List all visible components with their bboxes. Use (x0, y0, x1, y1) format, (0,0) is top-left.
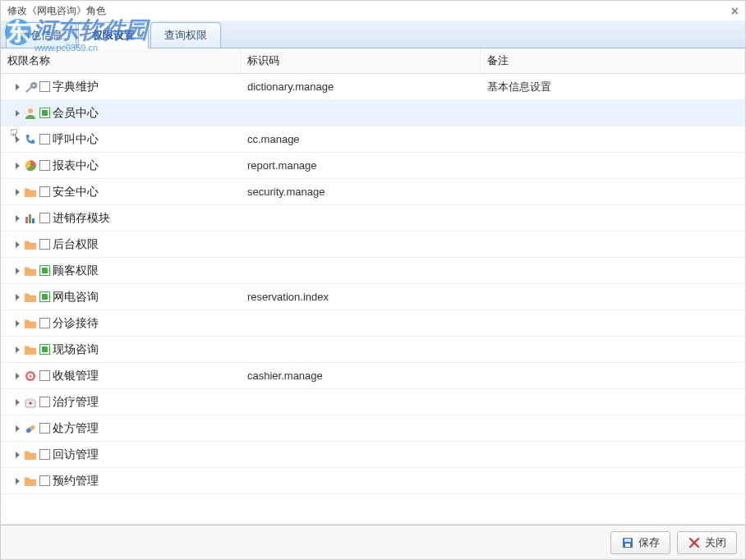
bars-icon (24, 212, 37, 225)
tree-row[interactable]: 字典维护dictionary.manage基本信息设置 (1, 74, 745, 100)
row-label: 字典维护 (53, 80, 99, 94)
tree-row[interactable]: 进销存模块 (1, 205, 745, 232)
expand-icon[interactable] (16, 320, 20, 327)
cell-name: 预约管理 (1, 474, 241, 489)
cell-name: 分诊接待 (1, 316, 241, 331)
watermark: 东河东软件园 www.pc0359.cn (5, 15, 148, 53)
pill-icon (24, 422, 37, 435)
expand-icon[interactable] (16, 241, 20, 248)
checkbox[interactable] (39, 160, 50, 171)
svg-rect-2 (25, 217, 28, 223)
phone-icon (24, 133, 37, 146)
expand-icon[interactable] (16, 373, 20, 379)
cell-code: cc.manage (241, 133, 481, 145)
tree-row[interactable]: 顾客权限 (1, 258, 745, 284)
close-btn-icon (688, 536, 701, 549)
dialog-window: 修改《网电咨询》角色 × 东河东软件园 www.pc0359.cn 角色信息权限… (0, 0, 746, 560)
row-label: 顾客权限 (53, 264, 99, 278)
tree-row[interactable]: 预约管理 (1, 468, 745, 494)
cell-code: cashier.manage (241, 370, 481, 382)
cell-code: report.manage (241, 159, 481, 172)
checkbox[interactable] (39, 81, 50, 92)
close-button[interactable]: 关闭 (677, 531, 737, 554)
row-label: 治疗管理 (53, 395, 99, 410)
expand-icon[interactable] (16, 163, 20, 169)
checkbox[interactable] (39, 397, 50, 407)
cell-name: 呼叫中心 (1, 132, 241, 147)
expand-icon[interactable] (16, 136, 20, 143)
checkbox[interactable] (39, 423, 50, 434)
tree-row[interactable]: 现场咨询 (1, 337, 745, 363)
checkbox[interactable] (39, 134, 50, 145)
checkbox[interactable] (39, 186, 50, 197)
cell-code: dictionary.manage (241, 80, 481, 93)
checkbox[interactable] (39, 475, 50, 486)
expand-icon[interactable] (16, 294, 20, 301)
cell-name: 进销存模块 (1, 211, 241, 226)
row-label: 进销存模块 (53, 211, 110, 226)
checkbox[interactable] (39, 370, 50, 381)
expand-icon[interactable] (16, 347, 20, 353)
cell-code: reservation.index (241, 291, 481, 303)
close-icon[interactable]: × (731, 4, 739, 19)
row-label: 会员中心 (53, 106, 99, 121)
row-label: 收银管理 (53, 369, 99, 383)
target-icon (24, 370, 37, 383)
col-header-code[interactable]: 标识码 (241, 48, 481, 73)
expand-icon[interactable] (16, 399, 20, 406)
save-icon (621, 536, 634, 549)
tree-row[interactable]: 分诊接待 (1, 310, 745, 337)
cell-name: 字典维护 (1, 80, 241, 94)
cell-name: 现场咨询 (1, 342, 241, 357)
tree-row[interactable]: 治疗管理 (1, 389, 745, 415)
expand-icon[interactable] (16, 110, 20, 117)
expand-icon[interactable] (16, 478, 20, 484)
folder-icon (24, 186, 37, 199)
checkbox[interactable] (39, 239, 50, 250)
tab-2[interactable]: 查询权限 (150, 22, 221, 48)
expand-icon[interactable] (16, 452, 20, 458)
checkbox[interactable] (39, 291, 50, 302)
folder-icon (24, 264, 37, 278)
col-header-remark[interactable]: 备注 (481, 48, 745, 73)
wrench-icon (24, 80, 37, 94)
folder-icon (24, 448, 37, 461)
row-label: 现场咨询 (53, 342, 99, 357)
row-label: 回访管理 (53, 448, 99, 462)
expand-icon[interactable] (16, 425, 20, 432)
expand-icon[interactable] (16, 268, 20, 274)
cell-name: 顾客权限 (1, 264, 241, 278)
expand-icon[interactable] (16, 189, 20, 195)
checkbox[interactable] (39, 344, 50, 355)
tree-row[interactable]: 呼叫中心cc.manage (1, 126, 745, 153)
save-button[interactable]: 保存 (610, 531, 670, 554)
svg-rect-13 (624, 539, 631, 542)
svg-point-1 (28, 108, 33, 113)
svg-rect-3 (29, 214, 31, 223)
tree-row[interactable]: 报表中心report.manage (1, 153, 745, 179)
tree-row[interactable]: 收银管理cashier.manage (1, 363, 745, 389)
tree-row[interactable]: 会员中心 (1, 100, 745, 126)
tree-row[interactable]: 安全中心security.manage (1, 179, 745, 205)
checkbox[interactable] (39, 449, 50, 460)
checkbox[interactable] (39, 108, 50, 118)
svg-rect-4 (32, 218, 35, 223)
row-label: 呼叫中心 (53, 132, 99, 147)
medkit-icon (24, 396, 37, 409)
row-label: 后台权限 (53, 237, 99, 252)
checkbox[interactable] (39, 213, 50, 223)
expand-icon[interactable] (16, 84, 20, 90)
checkbox[interactable] (39, 265, 50, 276)
tree-row[interactable]: 处方管理 (1, 415, 745, 442)
cell-name: 收银管理 (1, 369, 241, 383)
tree-row[interactable]: 后台权限 (1, 232, 745, 258)
tree-row[interactable]: 网电咨询reservation.index (1, 284, 745, 310)
expand-icon[interactable] (16, 215, 20, 222)
folder-icon (24, 317, 37, 330)
svg-point-7 (30, 374, 32, 377)
tree-row[interactable]: 回访管理 (1, 442, 745, 468)
checkbox[interactable] (39, 318, 50, 328)
row-label: 报表中心 (53, 158, 99, 173)
cell-name: 网电咨询 (1, 290, 241, 305)
cell-name: 报表中心 (1, 158, 241, 173)
